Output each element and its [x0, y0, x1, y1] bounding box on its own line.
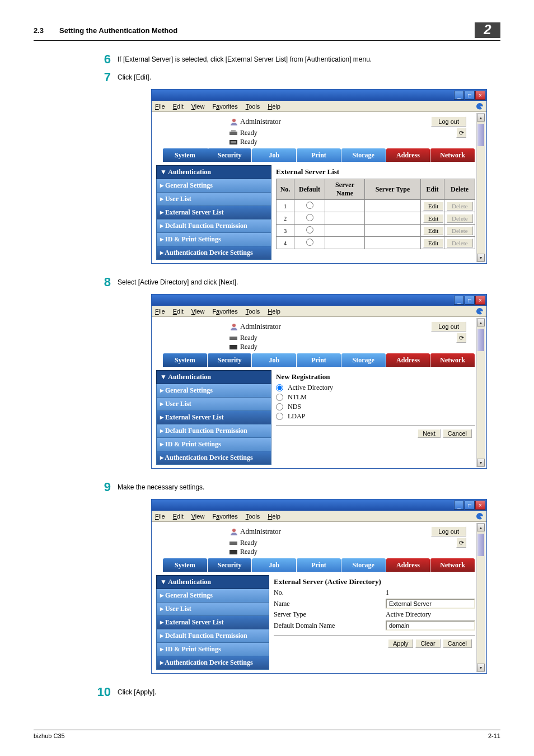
scroll-down-icon[interactable]: ▾	[477, 664, 485, 671]
menu-tools[interactable]: Tools	[246, 513, 260, 520]
scroll-up-icon[interactable]: ▴	[477, 114, 485, 122]
menu-tools[interactable]: Tools	[246, 308, 260, 315]
sidebar-general-settings[interactable]: General Settings	[156, 384, 271, 398]
menu-file[interactable]: File	[155, 513, 165, 520]
tab-print[interactable]: Print	[297, 558, 341, 572]
tab-storage[interactable]: Storage	[341, 148, 386, 162]
scroll-down-icon[interactable]: ▾	[477, 459, 485, 466]
menu-view[interactable]: View	[191, 513, 205, 520]
minimize-icon[interactable]: _	[454, 501, 464, 510]
maximize-icon[interactable]: □	[465, 91, 475, 100]
menu-help[interactable]: Help	[268, 103, 280, 110]
tab-job[interactable]: Job	[252, 353, 296, 367]
tab-print[interactable]: Print	[297, 148, 341, 162]
logout-button[interactable]: Log out	[431, 526, 466, 536]
cancel-button[interactable]: Cancel	[443, 639, 472, 648]
tab-address[interactable]: Address	[386, 148, 430, 162]
menu-view[interactable]: View	[191, 308, 205, 315]
radio-ntlm[interactable]	[276, 394, 283, 401]
default-radio-4[interactable]	[306, 239, 313, 246]
tab-security[interactable]: Security	[208, 558, 252, 572]
vertical-scrollbar[interactable]: ▴ ▾	[476, 523, 485, 672]
refresh-icon[interactable]: ⟳	[456, 333, 466, 343]
sidebar-user-list[interactable]: User List	[156, 603, 269, 616]
logout-button[interactable]: Log out	[431, 116, 466, 127]
tab-address[interactable]: Address	[386, 353, 430, 367]
menu-favorites[interactable]: Favorites	[212, 308, 237, 315]
menu-file[interactable]: File	[155, 103, 165, 110]
apply-button[interactable]: Apply	[388, 639, 414, 648]
sidebar-auth-device-settings[interactable]: Authentication Device Settings	[156, 451, 271, 465]
menu-view[interactable]: View	[191, 103, 205, 110]
scroll-down-icon[interactable]: ▾	[477, 254, 485, 262]
menu-favorites[interactable]: Favorites	[212, 513, 237, 520]
sidebar-id-print-settings[interactable]: ID & Print Settings	[156, 438, 271, 451]
scroll-thumb[interactable]	[477, 124, 484, 146]
edit-button-3[interactable]: Edit	[423, 226, 443, 235]
sidebar-external-server-list[interactable]: External Server List	[156, 206, 271, 220]
tab-system[interactable]: System	[163, 353, 207, 367]
scroll-thumb[interactable]	[477, 534, 484, 556]
tab-job[interactable]: Job	[252, 148, 296, 162]
logout-button[interactable]: Log out	[431, 321, 466, 332]
sidebar-user-list[interactable]: User List	[156, 193, 271, 206]
tab-address[interactable]: Address	[386, 558, 430, 572]
sidebar-header-auth[interactable]: Authentication	[156, 575, 269, 589]
clear-button[interactable]: Clear	[415, 639, 440, 648]
sidebar-auth-device-settings[interactable]: Authentication Device Settings	[156, 656, 269, 670]
edit-button-4[interactable]: Edit	[423, 239, 443, 248]
cancel-button[interactable]: Cancel	[443, 429, 472, 438]
tab-storage[interactable]: Storage	[341, 353, 386, 367]
tab-storage[interactable]: Storage	[341, 558, 386, 572]
scroll-thumb[interactable]	[477, 329, 484, 351]
tab-job[interactable]: Job	[252, 558, 296, 572]
tab-network[interactable]: Network	[430, 558, 475, 572]
sidebar-auth-device-settings[interactable]: Authentication Device Settings	[156, 246, 271, 260]
menu-tools[interactable]: Tools	[246, 103, 260, 110]
close-icon[interactable]: ×	[475, 501, 485, 510]
domain-input[interactable]	[386, 620, 475, 631]
sidebar-general-settings[interactable]: General Settings	[156, 589, 269, 603]
close-icon[interactable]: ×	[475, 296, 485, 305]
tab-system[interactable]: System	[163, 148, 207, 162]
tab-system[interactable]: System	[163, 558, 207, 572]
minimize-icon[interactable]: _	[454, 91, 464, 100]
tab-security[interactable]: Security	[208, 148, 252, 162]
minimize-icon[interactable]: _	[454, 296, 464, 305]
sidebar-general-settings[interactable]: General Settings	[156, 179, 271, 193]
menu-help[interactable]: Help	[268, 308, 280, 315]
scroll-up-icon[interactable]: ▴	[477, 319, 485, 326]
refresh-icon[interactable]: ⟳	[456, 128, 466, 138]
radio-ldap[interactable]	[276, 413, 283, 420]
menu-favorites[interactable]: Favorites	[212, 103, 237, 110]
sidebar-id-print-settings[interactable]: ID & Print Settings	[156, 643, 269, 656]
name-input[interactable]	[386, 599, 475, 609]
tab-security[interactable]: Security	[208, 353, 252, 367]
default-radio-2[interactable]	[306, 214, 313, 221]
menu-help[interactable]: Help	[268, 513, 280, 520]
radio-active-directory[interactable]	[276, 384, 283, 391]
tab-network[interactable]: Network	[430, 353, 475, 367]
menu-file[interactable]: File	[155, 308, 165, 315]
vertical-scrollbar[interactable]: ▴ ▾	[476, 113, 485, 262]
maximize-icon[interactable]: □	[465, 296, 475, 305]
tab-network[interactable]: Network	[430, 148, 475, 162]
sidebar-id-print-settings[interactable]: ID & Print Settings	[156, 233, 271, 246]
sidebar-default-function-permission[interactable]: Default Function Permission	[156, 424, 271, 438]
vertical-scrollbar[interactable]: ▴ ▾	[476, 318, 485, 467]
sidebar-default-function-permission[interactable]: Default Function Permission	[156, 629, 269, 643]
default-radio-1[interactable]	[306, 202, 313, 209]
scroll-up-icon[interactable]: ▴	[477, 524, 485, 531]
maximize-icon[interactable]: □	[465, 501, 475, 510]
menu-edit[interactable]: Edit	[173, 308, 184, 315]
next-button[interactable]: Next	[418, 429, 441, 438]
radio-nds[interactable]	[276, 403, 283, 410]
close-icon[interactable]: ×	[475, 91, 485, 100]
sidebar-header-auth[interactable]: Authentication	[156, 370, 271, 384]
edit-button-2[interactable]: Edit	[423, 214, 443, 223]
sidebar-external-server-list[interactable]: External Server List	[156, 411, 271, 424]
refresh-icon[interactable]: ⟳	[456, 538, 466, 548]
menu-edit[interactable]: Edit	[173, 513, 184, 520]
sidebar-external-server-list[interactable]: External Server List	[156, 616, 269, 629]
sidebar-header-auth[interactable]: Authentication	[156, 165, 271, 179]
